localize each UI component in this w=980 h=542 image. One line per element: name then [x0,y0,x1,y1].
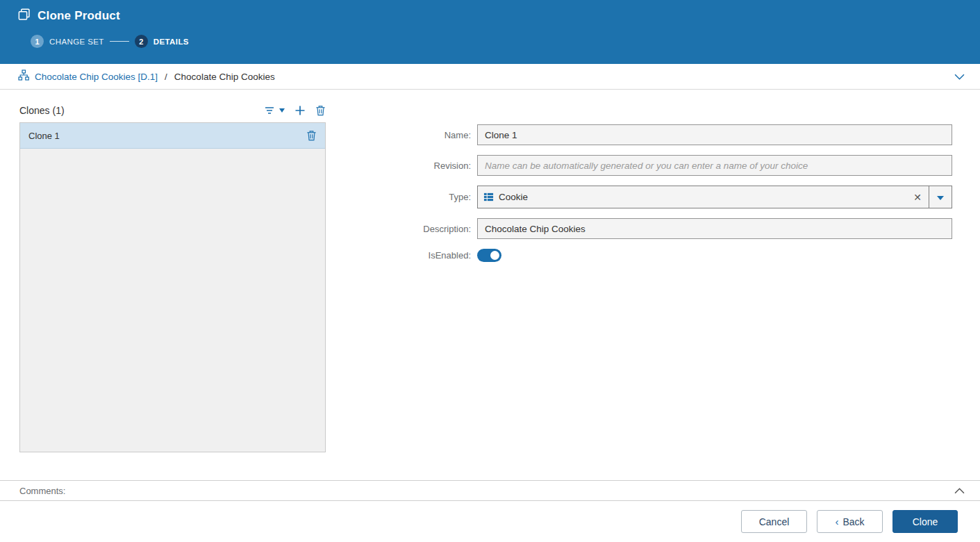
comments-section: Comments: [0,480,980,501]
step-1-circle: 1 [31,35,44,48]
type-clear-button[interactable]: ✕ [906,186,929,208]
back-button[interactable]: ‹ Back [817,510,883,533]
breadcrumb-link[interactable]: Chocolate Chip Cookies [D.1] [35,72,158,82]
type-value: Cookie [499,192,906,202]
dialog-footer: Cancel ‹ Back Clone [0,501,980,542]
type-dropdown-button[interactable] [929,186,952,208]
dialog-header: Clone Product 1 CHANGE SET 2 DETAILS [0,0,980,64]
name-label: Name: [406,130,477,140]
delete-clone-button[interactable] [315,105,326,116]
plus-icon [294,105,306,116]
comments-collapse-button[interactable] [952,485,967,497]
chevron-left-icon: ‹ [835,516,838,527]
chevron-down-icon [954,72,965,82]
type-label: Type: [406,192,477,202]
description-field[interactable] [477,218,952,239]
isenabled-label: IsEnabled: [406,250,477,261]
close-icon: ✕ [913,192,922,203]
cancel-button[interactable]: Cancel [741,510,807,533]
dropdown-arrow-icon [937,192,944,202]
clone-button[interactable]: Clone [892,510,958,533]
description-label: Description: [406,224,477,234]
comments-label: Comments: [19,486,65,496]
breadcrumb-separator: / [165,72,167,82]
list-item-clone-1[interactable]: Clone 1 [20,123,325,149]
revision-field[interactable] [477,155,952,176]
type-combobox[interactable]: Cookie ✕ [477,186,952,208]
breadcrumb-current: Chocolate Chip Cookies [174,72,275,82]
add-clone-button[interactable] [294,105,306,116]
step-2-circle: 2 [135,35,148,48]
filter-button[interactable] [265,106,285,116]
clone-list: Clone 1 [19,122,326,452]
remove-clone-button[interactable] [306,130,317,141]
clones-panel: Clones (1) [19,102,326,452]
step-connector [110,41,129,42]
step-change-set[interactable]: 1 CHANGE SET [31,35,104,48]
step-1-label: CHANGE SET [49,38,104,46]
clone-details-form: Name: Revision: Type: [406,124,958,272]
clones-panel-title: Clones (1) [19,105,65,116]
name-field[interactable] [477,124,952,145]
structure-icon [18,69,29,83]
back-button-label: Back [842,516,864,527]
filter-icon [265,106,276,116]
wizard-steps: 1 CHANGE SET 2 DETAILS [0,24,980,48]
caret-down-icon [279,108,285,113]
breadcrumb: Chocolate Chip Cookies [D.1] / Chocolate… [0,64,980,90]
clone-item-name: Clone 1 [28,131,60,141]
chevron-up-icon [954,486,965,496]
revision-label: Revision: [406,161,477,171]
step-details[interactable]: 2 DETAILS [135,35,189,48]
isenabled-toggle[interactable] [477,249,501,262]
clone-icon [18,8,31,24]
step-2-label: DETAILS [153,38,189,46]
clone-product-dialog: Clone Product 1 CHANGE SET 2 DETAILS Cho… [0,0,980,542]
toggle-knob [490,251,499,260]
breadcrumb-expand-button[interactable] [952,71,967,83]
trash-icon [315,105,326,116]
type-table-icon [483,192,494,202]
trash-icon [306,130,317,141]
page-title: Clone Product [38,9,120,23]
